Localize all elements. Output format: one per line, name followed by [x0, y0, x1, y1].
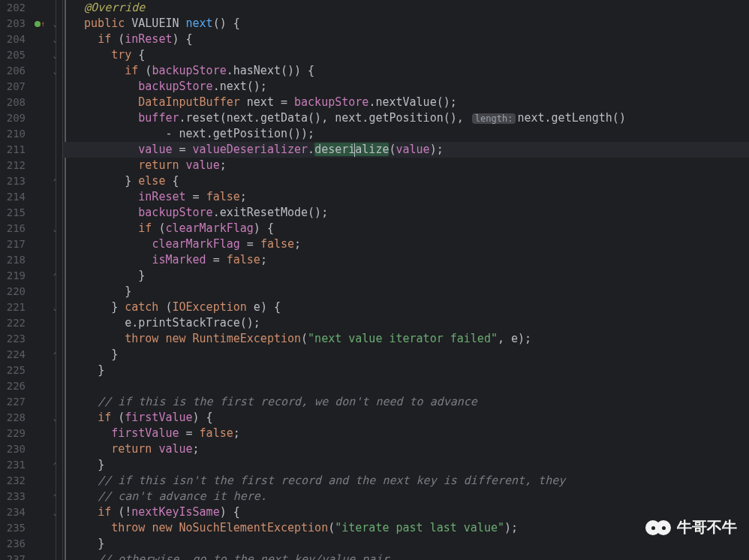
line-number[interactable]: 220: [0, 284, 26, 300]
line-number[interactable]: 231: [0, 457, 26, 473]
line-number[interactable]: 235: [0, 520, 26, 536]
line-number[interactable]: 218: [0, 252, 26, 268]
line-number[interactable]: 210: [0, 126, 26, 142]
line-number[interactable]: 233: [0, 489, 26, 504]
watermark-text: 牛哥不牛: [677, 517, 737, 537]
line-number[interactable]: 204: [0, 32, 26, 47]
code-line[interactable]: buffer.reset(next.getData(), next.getPos…: [71, 110, 749, 126]
line-number[interactable]: 225: [0, 363, 26, 378]
line-number[interactable]: 213: [0, 173, 26, 189]
line-number[interactable]: 222: [0, 315, 26, 331]
line-number[interactable]: 203: [0, 16, 26, 32]
code-line[interactable]: try {: [71, 47, 749, 63]
line-number[interactable]: 209: [0, 110, 26, 126]
code-area[interactable]: @Override public VALUEIN next() { if (in…: [63, 0, 749, 560]
code-editor: 202 203 204 205 206 207 208 209 210 211 …: [0, 0, 749, 560]
code-line[interactable]: throw new RuntimeException("next value i…: [71, 331, 749, 347]
code-line[interactable]: firstValue = false;: [71, 426, 749, 441]
code-line[interactable]: }: [71, 457, 749, 473]
code-line[interactable]: e.printStackTrace();: [71, 315, 749, 331]
code-line[interactable]: - next.getPosition());: [71, 126, 749, 142]
code-line[interactable]: @Override: [71, 0, 749, 16]
code-line[interactable]: [71, 378, 749, 394]
code-line[interactable]: }: [71, 347, 749, 363]
line-number[interactable]: 219: [0, 268, 26, 284]
line-number[interactable]: 206: [0, 63, 26, 79]
code-line[interactable]: // otherwise, go to the next key/value p…: [71, 552, 749, 560]
gutter-line-numbers: 202 203 204 205 206 207 208 209 210 211 …: [0, 0, 32, 560]
wechat-icon: [645, 520, 671, 535]
line-number[interactable]: 207: [0, 79, 26, 95]
code-line[interactable]: if (clearMarkFlag) {: [71, 221, 749, 236]
line-number[interactable]: 230: [0, 441, 26, 457]
code-line[interactable]: public VALUEIN next() {: [71, 16, 749, 32]
line-number[interactable]: 217: [0, 236, 26, 252]
text-caret: [354, 143, 355, 157]
code-line[interactable]: } else {: [71, 173, 749, 189]
code-line[interactable]: }: [71, 536, 749, 552]
line-number[interactable]: 211: [0, 142, 26, 158]
line-number[interactable]: 216: [0, 221, 26, 236]
line-number[interactable]: 236: [0, 536, 26, 552]
code-line[interactable]: if (firstValue) {: [71, 410, 749, 426]
code-line[interactable]: backupStore.next();: [71, 79, 749, 95]
code-line[interactable]: if (backupStore.hasNext()) {: [71, 63, 749, 79]
code-line[interactable]: return value;: [71, 158, 749, 173]
line-number[interactable]: 224: [0, 347, 26, 363]
code-line[interactable]: // if this isn't the first record and th…: [71, 473, 749, 489]
line-number[interactable]: 226: [0, 378, 26, 394]
code-line[interactable]: if (inReset) {: [71, 32, 749, 47]
fold-column: ⌄ ⌄ ⌄ ⌄ ⌃ ⌄ ⌃ ⌄ ⌃ ⌄ ⌃ ⌃ ⌄: [48, 0, 63, 560]
line-number[interactable]: 205: [0, 47, 26, 63]
override-marker-icon[interactable]: ↑: [32, 16, 48, 32]
line-number[interactable]: 214: [0, 189, 26, 205]
line-number[interactable]: 227: [0, 394, 26, 410]
line-number[interactable]: 215: [0, 205, 26, 221]
code-line[interactable]: // if this is the first record, we don't…: [71, 394, 749, 410]
line-number[interactable]: 212: [0, 158, 26, 173]
line-number[interactable]: 232: [0, 473, 26, 489]
line-number[interactable]: 228: [0, 410, 26, 426]
line-number[interactable]: 208: [0, 95, 26, 110]
line-number[interactable]: 221: [0, 300, 26, 315]
line-number[interactable]: 229: [0, 426, 26, 441]
code-line[interactable]: DataInputBuffer next = backupStore.nextV…: [71, 95, 749, 110]
code-line[interactable]: }: [71, 284, 749, 300]
code-line[interactable]: // can't advance it here.: [71, 489, 749, 504]
code-line[interactable]: backupStore.exitResetMode();: [71, 205, 749, 221]
code-line[interactable]: } catch (IOException e) {: [71, 300, 749, 315]
line-number[interactable]: 223: [0, 331, 26, 347]
line-number[interactable]: 202: [0, 0, 26, 16]
gutter-markers: ↑: [32, 0, 48, 560]
watermark: 牛哥不牛: [645, 517, 737, 537]
code-line[interactable]: }: [71, 268, 749, 284]
inlay-hint: length:: [472, 113, 516, 124]
code-line[interactable]: value = valueDeserializer.deserialize(va…: [71, 142, 749, 158]
code-line[interactable]: isMarked = false;: [71, 252, 749, 268]
code-line[interactable]: clearMarkFlag = false;: [71, 236, 749, 252]
code-line[interactable]: inReset = false;: [71, 189, 749, 205]
code-line[interactable]: }: [71, 363, 749, 378]
code-line[interactable]: return value;: [71, 441, 749, 457]
line-number[interactable]: 237: [0, 552, 26, 560]
line-number[interactable]: 234: [0, 504, 26, 520]
